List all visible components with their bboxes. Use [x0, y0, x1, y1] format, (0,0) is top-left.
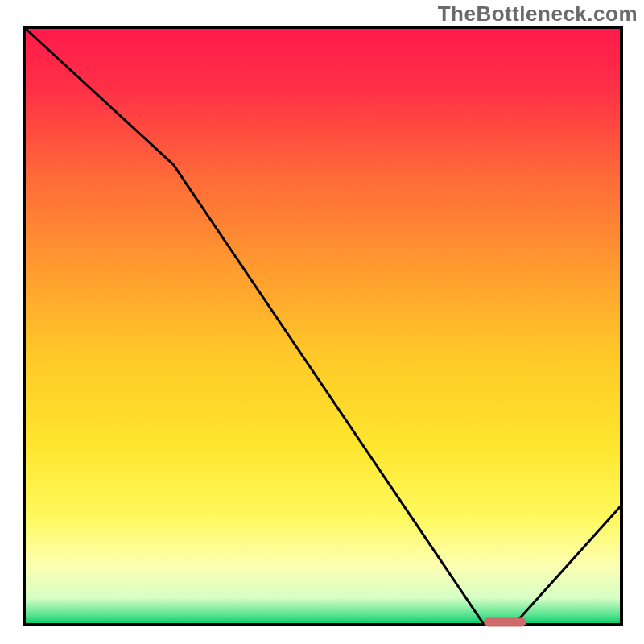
chart-frame: TheBottleneck.com [0, 0, 644, 644]
optimal-range-marker [484, 618, 526, 627]
bottleneck-chart [0, 0, 644, 644]
watermark-text: TheBottleneck.com [438, 2, 638, 27]
gradient-background [24, 27, 621, 625]
